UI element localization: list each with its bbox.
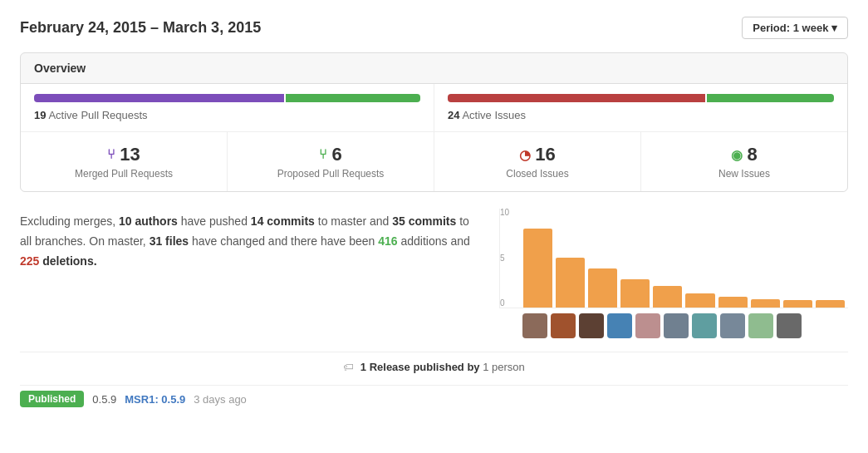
stat-merged-prs: ⑂ 13 Merged Pull Requests [21,132,228,191]
closed-icon: ◔ [519,147,531,163]
published-row: Published 0.5.9 MSR1: 0.5.9 3 days ago [20,385,848,412]
stat-merged-number: ⑂ 13 [29,144,218,165]
overview-bars-row: 19 Active Pull Requests 24 Active Issues [21,84,847,132]
avatars-row [499,308,848,338]
stat-proposed-prs: ⑂ 6 Proposed Pull Requests [228,132,434,191]
avatar-2 [579,313,604,338]
release-section: 🏷 1 Release published by 1 person [20,352,848,385]
published-badge: Published [20,391,84,407]
avatar-1 [551,313,576,338]
release-time: 3 days ago [194,393,247,406]
issues-bar-new [707,94,834,102]
issues-bar-closed [448,94,705,102]
y-label-5: 5 [500,254,509,263]
chart-y-labels: 10 5 0 [500,209,509,308]
tag-icon: 🏷 [343,361,354,373]
bar-fill-4 [653,286,682,308]
stats-row: ⑂ 13 Merged Pull Requests ⑂ 6 Proposed P… [21,132,847,191]
stat-closed-number: ◔ 16 [443,144,632,165]
bar-item-8 [783,300,812,308]
bar-item-5 [685,293,714,308]
issues-section: 24 Active Issues [434,84,847,131]
pr-bar-proposed [286,94,420,102]
bar-fill-2 [588,268,617,308]
bar-chart: 10 5 0 [499,209,848,308]
stat-new-number: ◉ 8 [650,144,839,165]
pr-active-count: 19 [34,109,46,121]
avatar-3 [607,313,632,338]
avatar-8 [748,313,773,338]
stat-closed-label: Closed Issues [443,168,632,180]
page-container: February 24, 2015 – March 3, 2015 Period… [0,0,868,429]
pull-requests-section: 19 Active Pull Requests [21,84,434,131]
release-count: 1 Release published by [360,361,480,373]
merge-icon: ⑂ [107,147,115,162]
files-count: 31 files [150,234,189,248]
bar-fill-8 [783,300,812,308]
commits-section: Excluding merges, 10 authors have pushed… [20,209,848,338]
bar-item-3 [620,279,650,308]
issues-active-count: 24 [448,109,459,121]
deletions-count: 225 [20,254,39,268]
bar-fill-9 [816,300,845,308]
bar-fill-0 [523,229,552,308]
release-link[interactable]: MSR1: 0.5.9 [125,393,185,406]
overview-title: Overview [21,53,847,84]
commits-mid1: have pushed [181,214,248,228]
header-row: February 24, 2015 – March 3, 2015 Period… [20,17,848,39]
avatar-9 [777,313,802,338]
authors-count: 10 authors [119,214,178,228]
bar-item-4 [653,286,682,308]
stat-proposed-label: Proposed Pull Requests [236,168,425,180]
commits-prefix: Excluding merges, [20,214,115,228]
bar-item-9 [816,300,845,308]
bar-fill-7 [751,299,780,308]
date-range: February 24, 2015 – March 3, 2015 [20,19,261,37]
period-label: Period: [753,22,790,34]
commits-master: 14 commits [251,214,315,228]
pr-active-label: 19 Active Pull Requests [34,109,420,121]
y-label-10: 10 [500,209,509,217]
stat-new-label: New Issues [650,168,839,180]
chart-area: 10 5 0 [499,209,848,338]
bar-item-1 [556,258,585,308]
release-version: 0.5.9 [92,393,116,406]
bar-item-6 [718,297,748,308]
commits-all: 35 commits [392,214,456,228]
period-dropdown-icon: ▾ [831,22,837,34]
avatar-4 [635,313,660,338]
overview-body: 19 Active Pull Requests 24 Active Issues [21,84,847,191]
bar-item-7 [751,299,780,308]
bar-fill-3 [620,279,650,308]
commits-text: Excluding merges, 10 authors have pushed… [20,209,474,271]
stat-proposed-number: ⑂ 6 [236,144,425,165]
pr-progress-bar [34,94,420,102]
commits-mid5: additions and [400,234,469,248]
bar-item-0 [523,229,552,308]
propose-icon: ⑂ [319,147,327,162]
stat-closed-issues: ◔ 16 Closed Issues [434,132,641,191]
avatar-5 [664,313,689,338]
pr-bar-merged [34,94,284,102]
release-suffix: 1 person [483,361,525,373]
commits-mid4: have changed and there have been [192,234,375,248]
issues-active-label: 24 Active Issues [448,109,834,121]
avatar-6 [692,313,717,338]
avatar-7 [720,313,745,338]
bar-fill-1 [556,258,585,308]
bar-item-2 [588,268,617,308]
commits-mid2: to master and [318,214,390,228]
period-value: 1 week [793,22,829,34]
y-label-0: 0 [500,299,509,308]
additions-count: 416 [378,234,397,248]
stat-merged-label: Merged Pull Requests [29,168,218,180]
bar-fill-6 [718,297,748,308]
issues-progress-bar [448,94,834,102]
bar-fill-5 [685,293,714,308]
avatar-0 [522,313,547,338]
period-button[interactable]: Period: 1 week ▾ [742,17,848,39]
new-icon: ◉ [731,147,743,163]
commits-suffix: deletions. [42,254,96,268]
stat-new-issues: ◉ 8 New Issues [641,132,847,191]
overview-card: Overview 19 Active Pull Requests [20,52,848,192]
